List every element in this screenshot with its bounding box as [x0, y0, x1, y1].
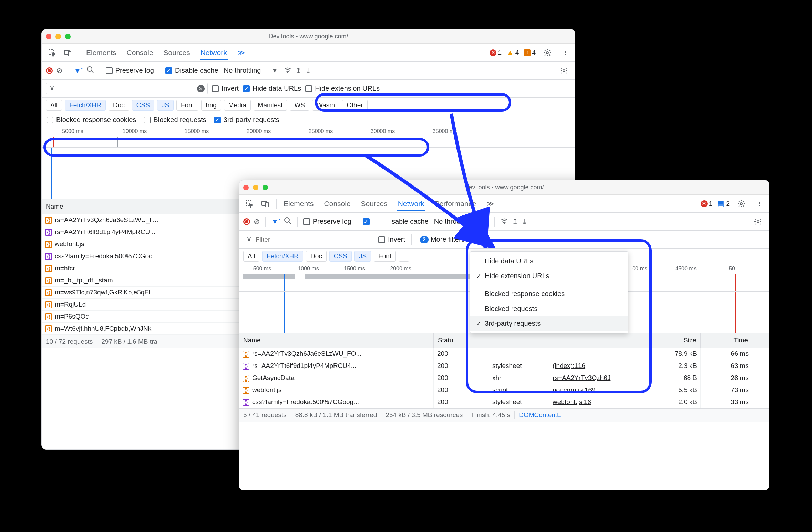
- request-type-chip[interactable]: Fetch/XHR: [262, 251, 303, 262]
- export-har-icon[interactable]: ⤓: [522, 217, 528, 226]
- request-type-chip[interactable]: JS: [354, 251, 371, 262]
- zoom-window-button[interactable]: [65, 34, 71, 39]
- settings-button[interactable]: [541, 46, 554, 60]
- request-type-chip[interactable]: CSS: [132, 100, 154, 111]
- tab-console[interactable]: Console: [323, 196, 351, 211]
- tab-elements[interactable]: Elements: [85, 45, 117, 60]
- column-type-header[interactable]: [489, 337, 549, 344]
- warning-count[interactable]: ▲4: [506, 48, 519, 57]
- menu-blocked-requests[interactable]: Blocked requests: [470, 301, 628, 316]
- tab-network[interactable]: Network: [200, 45, 228, 60]
- request-row[interactable]: ⟨⟩css?family=Fredoka:500%7CGoog...200sty…: [239, 396, 769, 408]
- request-row[interactable]: ⟨⟩rs=AA2YrTt6lf9d1pi4yP4MpRCU4...200styl…: [239, 360, 769, 372]
- preserve-log-checkbox[interactable]: Preserve log: [106, 67, 154, 74]
- request-row[interactable]: ⟨⟩rs=AA2YrTv3Qzh6Ja6eSLzWU_FO...20078.9 …: [239, 348, 769, 360]
- request-type-chip[interactable]: Font: [176, 100, 198, 111]
- minimize-window-button[interactable]: [55, 34, 61, 39]
- device-toggle-button[interactable]: [258, 197, 272, 211]
- request-type-chip[interactable]: Wasm: [312, 100, 339, 111]
- inspect-element-button[interactable]: [45, 46, 59, 60]
- request-type-chip[interactable]: Other: [342, 100, 368, 111]
- network-settings-button[interactable]: [751, 215, 765, 229]
- network-conditions-icon[interactable]: [284, 66, 292, 76]
- request-type-chip[interactable]: Doc: [109, 100, 129, 111]
- request-type-chip[interactable]: Font: [374, 251, 396, 262]
- menu-blocked-response-cookies[interactable]: Blocked response cookies: [470, 287, 628, 301]
- request-type-chip[interactable]: Img: [201, 100, 221, 111]
- column-name-header[interactable]: Name: [239, 333, 434, 348]
- menu-3rd-party-requests[interactable]: 3rd-party requests: [470, 316, 628, 331]
- minimize-window-button[interactable]: [253, 185, 258, 190]
- more-menu-button[interactable]: ⋮: [753, 198, 765, 210]
- issues-count[interactable]: !4: [524, 49, 536, 57]
- tab-elements[interactable]: Elements: [283, 196, 315, 211]
- preserve-log-checkbox[interactable]: Preserve log: [303, 218, 351, 225]
- column-time-header[interactable]: Time: [701, 333, 752, 348]
- request-type-chip[interactable]: All: [243, 251, 259, 262]
- throttling-select[interactable]: No throttling▼: [432, 216, 489, 227]
- more-tabs-button[interactable]: ≫: [486, 196, 495, 211]
- request-type-chip[interactable]: Doc: [306, 251, 327, 262]
- tab-sources[interactable]: Sources: [163, 45, 191, 60]
- import-har-icon[interactable]: ↥: [512, 217, 518, 226]
- request-row[interactable]: ⟨⟩webfont.js200scriptpopcorn.js:1695.5 k…: [239, 384, 769, 396]
- filter-text-field[interactable]: [57, 83, 197, 94]
- request-type-chip[interactable]: Media: [224, 100, 251, 111]
- network-settings-button[interactable]: [557, 64, 571, 78]
- third-party-requests-checkbox[interactable]: 3rd-party requests: [214, 116, 279, 124]
- settings-button[interactable]: [734, 197, 748, 211]
- search-icon[interactable]: [86, 66, 94, 76]
- filter-input[interactable]: ✕: [46, 83, 208, 94]
- disable-cache-checkbox[interactable]: sable cache: [363, 218, 429, 225]
- tab-sources[interactable]: Sources: [360, 196, 388, 211]
- column-status-header[interactable]: Statu: [434, 333, 489, 348]
- throttling-select[interactable]: No throttling▼: [222, 65, 280, 76]
- filter-toggle-icon[interactable]: ▼•: [74, 66, 83, 75]
- hide-data-urls-checkbox[interactable]: Hide data URLs: [243, 84, 301, 92]
- request-type-chip[interactable]: CSS: [329, 251, 352, 262]
- export-har-icon[interactable]: ⤓: [305, 66, 311, 75]
- device-toggle-button[interactable]: [61, 46, 75, 60]
- inspect-element-button[interactable]: [243, 197, 256, 211]
- more-tabs-button[interactable]: ≫: [237, 45, 246, 60]
- filter-text-field[interactable]: [254, 234, 371, 245]
- request-type-chip[interactable]: WS: [290, 100, 309, 111]
- blocked-response-cookies-checkbox[interactable]: Blocked response cookies: [47, 116, 136, 124]
- overview-timeline[interactable]: 5000 ms10000 ms15000 ms20000 ms25000 ms3…: [42, 127, 575, 148]
- hide-extension-urls-checkbox[interactable]: Hide extension URLs: [305, 84, 380, 92]
- close-window-button[interactable]: [46, 34, 51, 39]
- more-filters-dropdown[interactable]: 2 More filters ▼: [418, 234, 476, 245]
- request-type-chip[interactable]: Manifest: [254, 100, 287, 111]
- request-row[interactable]: ⟨⟩GetAsyncData200xhrrs=AA2YrTv3Qzh6J68 B…: [239, 372, 769, 384]
- search-icon[interactable]: [284, 217, 292, 227]
- more-menu-button[interactable]: ⋮: [559, 47, 572, 59]
- error-count[interactable]: ✕1: [490, 49, 502, 57]
- import-har-icon[interactable]: ↥: [295, 66, 301, 75]
- error-count[interactable]: ✕1: [701, 200, 713, 208]
- zoom-window-button[interactable]: [263, 185, 268, 190]
- request-type-chip[interactable]: I: [399, 251, 409, 262]
- request-type-chip[interactable]: Fetch/XHR: [65, 100, 106, 111]
- blocked-requests-checkbox[interactable]: Blocked requests: [144, 116, 206, 124]
- clear-filter-button[interactable]: ✕: [197, 85, 205, 92]
- messages-count[interactable]: ▤2: [717, 199, 730, 208]
- clear-button[interactable]: ⊘: [254, 217, 260, 226]
- column-initiator-header[interactable]: [549, 337, 649, 344]
- menu-hide-extension-urls[interactable]: Hide extension URLs: [470, 269, 628, 283]
- invert-filter-checkbox[interactable]: Invert: [378, 235, 405, 243]
- tab-network[interactable]: Network: [397, 196, 425, 211]
- network-conditions-icon[interactable]: [500, 217, 508, 227]
- invert-filter-checkbox[interactable]: Invert: [212, 84, 239, 92]
- disable-cache-checkbox[interactable]: Disable cache: [165, 67, 218, 74]
- record-button[interactable]: [243, 218, 250, 225]
- request-type-chip[interactable]: JS: [157, 100, 174, 111]
- request-type-chip[interactable]: All: [46, 100, 62, 111]
- filter-input[interactable]: [243, 234, 374, 245]
- filter-toggle-icon[interactable]: ▼•: [271, 217, 280, 226]
- close-window-button[interactable]: [243, 185, 249, 190]
- tab-console[interactable]: Console: [126, 45, 154, 60]
- column-size-header[interactable]: Size: [649, 333, 701, 348]
- clear-button[interactable]: ⊘: [56, 66, 62, 75]
- tab-performance[interactable]: Performance: [434, 196, 477, 211]
- record-button[interactable]: [46, 67, 53, 74]
